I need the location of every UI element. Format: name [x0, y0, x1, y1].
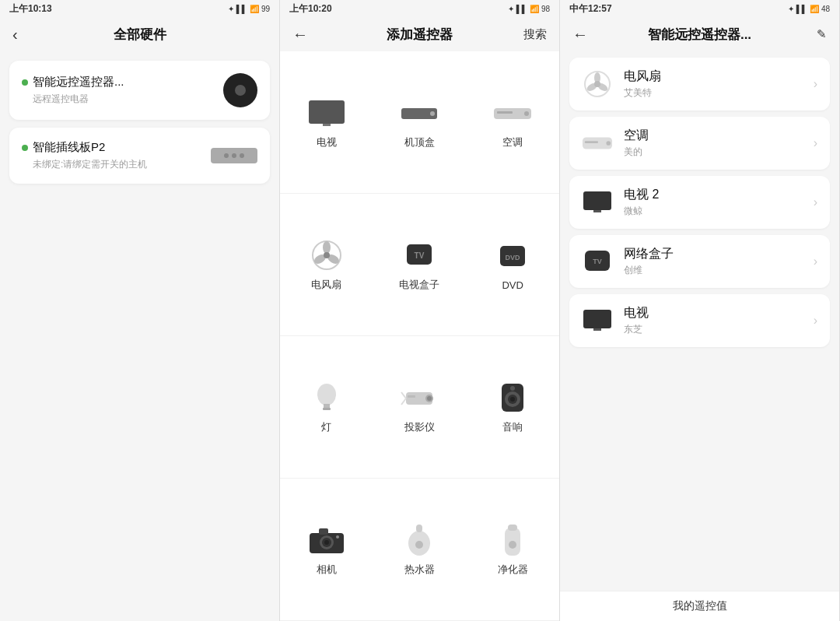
device-list: 电风扇 艾美特 › 空调 美的 ›	[560, 51, 839, 591]
device-info-ac: 空调 美的	[624, 128, 803, 159]
category-settop[interactable]: 机顶盒	[373, 51, 467, 194]
category-heater[interactable]: 热水器	[373, 479, 467, 621]
svg-point-21	[427, 396, 432, 401]
category-tvbox[interactable]: TV 电视盒子	[373, 194, 467, 336]
device-brand-ac: 美的	[624, 146, 803, 159]
hardware-list: 智能远控遥控器... 远程遥控电器 智能插线板P2 未绑定:请绑定需开关的主机	[0, 51, 279, 621]
page-title-1: 全部硬件	[114, 26, 166, 44]
device-card-fan[interactable]: 电风扇 艾美特 ›	[569, 58, 830, 111]
device-name-ac: 空调	[624, 128, 803, 144]
hardware-sub-remote: 远程遥控电器	[33, 93, 124, 106]
device-card-tv[interactable]: 电视 东芝 ›	[569, 294, 830, 347]
category-label-heater: 热水器	[404, 563, 435, 577]
device-info-fan: 电风扇 艾美特	[624, 68, 803, 100]
edit-button[interactable]: ✎	[817, 27, 827, 41]
device-name-fan: 电风扇	[624, 68, 803, 85]
svg-line-23	[401, 398, 406, 405]
category-dvd[interactable]: DVD DVD	[466, 194, 559, 336]
signal-icon-2: ▌▌	[516, 5, 527, 13]
category-label-settop: 机顶盒	[404, 135, 435, 149]
bottom-tab[interactable]: 我的遥控值	[560, 591, 839, 621]
svg-rect-22	[408, 395, 415, 398]
dvd-category-icon: DVD	[493, 242, 532, 272]
signal-icon: ▌▌	[236, 5, 247, 13]
category-speaker[interactable]: 音响	[466, 336, 559, 479]
back-button-1[interactable]: ‹	[12, 26, 18, 44]
status-bar-1: 上午10:13 ✦ ▌▌ 📶 99	[0, 0, 279, 17]
category-ac[interactable]: 空调	[466, 51, 559, 194]
category-grid: 电视 机顶盒 空调	[280, 51, 559, 621]
wifi-icon: 📶	[250, 5, 259, 13]
svg-point-3	[430, 111, 435, 116]
chevron-icon-tv2: ›	[814, 195, 817, 209]
search-button[interactable]: 搜索	[523, 27, 547, 42]
panel-all-hardware: 上午10:13 ✦ ▌▌ 📶 99 ‹ 全部硬件 智能远控遥控器... 远程遥控…	[0, 0, 280, 621]
device-icon-fan	[582, 68, 613, 100]
bluetooth-icon: ✦	[228, 5, 234, 13]
device-name-tv: 电视	[624, 305, 803, 321]
device-card-tv2[interactable]: 电视 2 微鲸 ›	[569, 176, 830, 229]
battery-icon-3: 48	[821, 5, 830, 13]
device-name-netbox: 网络盒子	[624, 246, 803, 262]
svg-text:TV: TV	[415, 251, 425, 260]
category-label-light: 灯	[321, 420, 331, 434]
category-purifier[interactable]: 净化器	[466, 479, 559, 621]
ac-category-icon	[493, 98, 532, 128]
category-fan[interactable]: 电风扇	[280, 194, 373, 336]
hardware-sub-strip: 未绑定:请绑定需开关的主机	[33, 158, 147, 171]
bottom-tab-label: 我的遥控值	[673, 599, 727, 612]
category-light[interactable]: 灯	[280, 336, 373, 479]
category-label-camera: 相机	[317, 563, 337, 577]
category-label-purifier: 净化器	[498, 563, 528, 577]
back-button-3[interactable]: ←	[572, 26, 588, 44]
device-card-netbox[interactable]: TV 网络盒子 创维 ›	[569, 235, 830, 288]
category-tv[interactable]: 电视	[280, 51, 373, 194]
projector-category-icon	[400, 383, 439, 412]
chevron-icon-tv: ›	[814, 314, 817, 328]
category-label-tv: 电视	[317, 135, 337, 149]
svg-point-35	[336, 535, 339, 539]
chevron-icon-netbox: ›	[814, 254, 817, 268]
svg-rect-54	[583, 310, 611, 328]
device-card-ac[interactable]: 空调 美的 ›	[569, 117, 830, 170]
svg-rect-0	[309, 100, 345, 124]
svg-rect-40	[508, 525, 517, 531]
back-button-2[interactable]: ←	[292, 26, 308, 44]
online-dot-remote	[22, 79, 28, 86]
time-2: 上午10:20	[289, 2, 332, 16]
device-icon-netbox: TV	[582, 246, 613, 277]
svg-point-11	[324, 252, 330, 258]
svg-point-38	[415, 541, 423, 549]
power-strip-icon	[211, 148, 257, 163]
strip-dot-1	[224, 153, 229, 158]
device-info-tv2: 电视 2 微鲸	[624, 187, 803, 218]
svg-point-29	[510, 386, 515, 391]
svg-rect-51	[593, 210, 601, 212]
device-info-netbox: 网络盒子 创维	[624, 246, 803, 277]
nav-bar-1: ‹ 全部硬件	[0, 17, 279, 51]
category-label-dvd: DVD	[502, 279, 523, 291]
panel-smart-remote: 中午12:57 ✦ ▌▌ 📶 48 ← 智能远控遥控器... ✎	[560, 0, 840, 621]
page-title-2: 添加遥控器	[387, 26, 453, 44]
status-bar-3: 中午12:57 ✦ ▌▌ 📶 48	[560, 0, 839, 17]
strip-dot-3	[240, 153, 244, 158]
hardware-name-strip: 智能插线板P2	[22, 140, 147, 155]
svg-point-6	[524, 111, 529, 116]
hardware-card-strip[interactable]: 智能插线板P2 未绑定:请绑定需开关的主机	[9, 128, 270, 184]
light-category-icon	[307, 383, 346, 412]
chevron-icon-ac: ›	[814, 136, 817, 150]
svg-point-28	[510, 397, 515, 402]
battery-icon-2: 98	[541, 5, 550, 13]
device-icon-ac	[582, 128, 613, 159]
device-brand-tv: 东芝	[624, 323, 803, 336]
time-1: 上午10:13	[9, 2, 52, 16]
strip-dot-2	[232, 153, 236, 158]
tvbox-category-icon: TV	[400, 240, 439, 270]
status-bar-2: 上午10:20 ✦ ▌▌ 📶 98	[280, 0, 559, 17]
category-projector[interactable]: 投影仪	[373, 336, 467, 479]
hardware-card-remote[interactable]: 智能远控遥控器... 远程遥控电器	[9, 61, 270, 120]
online-dot-strip	[22, 145, 28, 151]
device-icon-tv	[582, 305, 613, 336]
panel-add-remote: 上午10:20 ✦ ▌▌ 📶 98 ← 添加遥控器 搜索 电视	[280, 0, 560, 621]
category-camera[interactable]: 相机	[280, 479, 373, 621]
